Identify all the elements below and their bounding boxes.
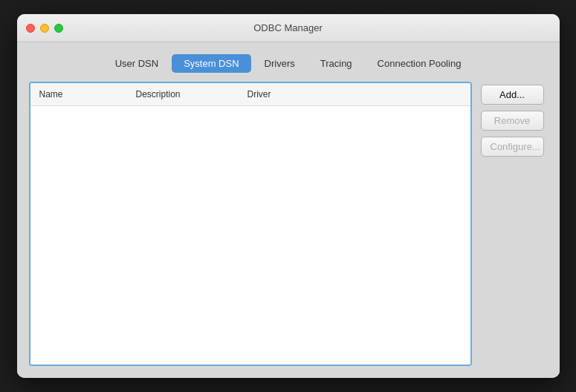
traffic-lights [26,24,63,33]
table-header: Name Description Driver [30,83,470,106]
minimize-button[interactable] [40,24,49,33]
window-title: ODBC Manager [253,22,322,33]
main-window: ODBC Manager User DSN System DSN Drivers… [17,14,560,378]
tab-tracing[interactable]: Tracing [308,54,364,73]
column-header-name: Name [30,86,127,102]
action-buttons: Add... Remove Configure... [481,82,548,366]
maximize-button[interactable] [54,24,63,33]
table-body[interactable] [30,106,470,365]
tabs-bar: User DSN System DSN Drivers Tracing Conn… [29,54,548,73]
tab-system-dsn[interactable]: System DSN [172,54,250,73]
add-button[interactable]: Add... [481,85,544,105]
column-header-driver: Driver [239,86,470,102]
titlebar: ODBC Manager [17,14,560,42]
dsn-table: Name Description Driver [29,82,472,366]
tab-connection-pooling[interactable]: Connection Pooling [366,54,473,73]
column-header-description: Description [127,86,239,102]
configure-button[interactable]: Configure... [481,137,544,157]
window-content: User DSN System DSN Drivers Tracing Conn… [17,42,560,378]
close-button[interactable] [26,24,35,33]
remove-button[interactable]: Remove [481,111,544,131]
tab-drivers[interactable]: Drivers [253,54,307,73]
main-area: Name Description Driver Add... Remove Co… [29,82,548,366]
tab-user-dsn[interactable]: User DSN [103,54,171,73]
